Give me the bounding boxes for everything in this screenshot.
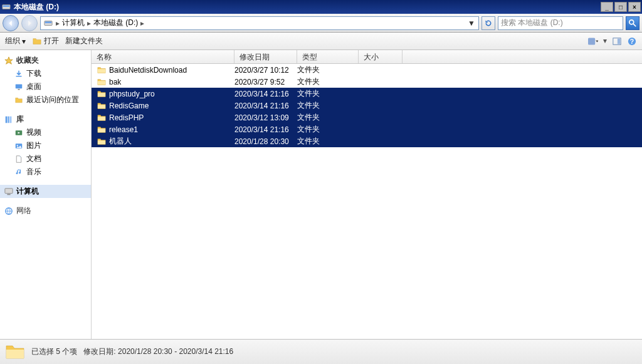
svg-rect-11 [16, 76, 22, 77]
preview-pane-button[interactable] [612, 36, 622, 46]
chevron-right-icon: ▸ [140, 19, 144, 28]
open-button[interactable]: 打开 [32, 36, 59, 46]
file-row[interactable]: BaiduNetdiskDownload2020/3/27 10:12文件夹 [92, 64, 642, 76]
svg-rect-21 [7, 194, 10, 195]
svg-rect-13 [18, 89, 20, 90]
new-folder-button[interactable]: 新建文件夹 [65, 36, 103, 46]
window-title: 本地磁盘 (D:) [14, 2, 601, 13]
nav-network[interactable]: 网络 [0, 204, 91, 217]
folder-icon [97, 101, 107, 111]
network-icon [4, 206, 14, 216]
favorites-label: 收藏夹 [16, 55, 39, 66]
back-button[interactable] [3, 15, 19, 31]
file-list-area: 名称 修改日期 类型 大小 BaiduNetdiskDownload2020/3… [92, 50, 642, 339]
file-name: phpstudy_pro [109, 90, 155, 98]
col-name[interactable]: 名称 [92, 50, 234, 63]
network-label: 网络 [16, 205, 31, 216]
file-row[interactable]: release12020/3/14 21:16文件夹 [92, 123, 642, 135]
address-dropdown[interactable]: ▼ [467, 19, 476, 28]
forward-button[interactable] [21, 15, 38, 31]
file-type: 文件夹 [297, 124, 359, 135]
file-row[interactable]: RedisGame2020/3/14 21:16文件夹 [92, 100, 642, 112]
file-row[interactable]: 机器人2020/1/28 20:30文件夹 [92, 135, 642, 147]
view-menu-button[interactable] [588, 36, 598, 46]
nav-pictures[interactable]: 图片 [0, 139, 91, 152]
file-row[interactable]: bak2020/3/27 9:52文件夹 [92, 76, 642, 88]
status-date-range: 2020/1/28 20:30 - 2020/3/14 21:16 [118, 347, 233, 356]
file-name: bak [109, 78, 121, 86]
video-icon [14, 128, 24, 138]
file-date: 2020/3/14 21:16 [234, 101, 297, 110]
folder-icon [97, 137, 107, 147]
file-date: 2020/3/14 21:16 [234, 125, 297, 134]
file-row[interactable]: RedisPHP2020/3/12 13:09文件夹 [92, 112, 642, 123]
nav-computer[interactable]: 计算机 [0, 185, 91, 198]
col-type[interactable]: 类型 [297, 50, 359, 63]
drive-icon [1, 2, 11, 12]
close-button[interactable]: × [628, 2, 641, 12]
nav-videos[interactable]: 视频 [0, 126, 91, 139]
title-bar: 本地磁盘 (D:) _ □ × [0, 0, 642, 14]
chevron-down-icon: ▾ [22, 37, 26, 46]
address-bar[interactable]: ▸ 计算机 ▸ 本地磁盘 (D:) ▸ ▼ [40, 16, 479, 30]
help-button[interactable]: ? [627, 36, 637, 46]
file-row[interactable]: phpstudy_pro2020/3/14 21:16文件夹 [92, 88, 642, 100]
computer-label: 计算机 [16, 186, 39, 197]
nav-desktop[interactable]: 桌面 [0, 80, 91, 93]
recent-icon [14, 95, 24, 105]
chevron-right-icon: ▸ [56, 19, 60, 28]
main-body: 收藏夹 下载 桌面 最近访问的位置 库 视频 图片 文档 音乐 计算机 [0, 50, 642, 339]
document-icon [14, 154, 24, 164]
libraries-label: 库 [16, 114, 24, 125]
status-date-label: 修改日期: [83, 347, 115, 356]
status-bar: 已选择 5 个项 修改日期: 2020/1/28 20:30 - 2020/3/… [0, 339, 642, 364]
svg-rect-15 [8, 116, 9, 123]
folder-icon [97, 113, 107, 123]
navigation-pane: 收藏夹 下载 桌面 最近访问的位置 库 视频 图片 文档 音乐 计算机 [0, 50, 92, 339]
svg-rect-3 [45, 21, 52, 23]
organize-label: 组织 [5, 36, 20, 46]
search-input[interactable]: 搜索 本地磁盘 (D:) [498, 16, 623, 30]
col-size[interactable]: 大小 [359, 50, 403, 63]
download-icon [14, 69, 24, 79]
breadcrumb-drive[interactable]: 本地磁盘 (D:) [93, 18, 138, 28]
file-name: release1 [109, 125, 138, 134]
file-name: RedisGame [109, 101, 149, 110]
file-type: 文件夹 [297, 88, 359, 99]
nav-documents[interactable]: 文档 [0, 152, 91, 165]
svg-rect-6 [588, 38, 595, 44]
chevron-down-icon[interactable]: ▾ [603, 36, 607, 46]
folder-icon [97, 125, 107, 135]
file-date: 2020/3/27 10:12 [234, 66, 297, 75]
svg-text:?: ? [630, 37, 634, 44]
refresh-button[interactable] [482, 16, 495, 30]
maximize-button[interactable]: □ [614, 2, 627, 12]
window-buttons: _ □ × [601, 2, 641, 12]
nav-music[interactable]: 音乐 [0, 165, 91, 179]
star-icon [4, 56, 14, 66]
file-name: 机器人 [109, 136, 132, 147]
svg-rect-12 [16, 84, 23, 88]
nav-recent[interactable]: 最近访问的位置 [0, 93, 91, 107]
open-label: 打开 [44, 36, 59, 46]
file-type: 文件夹 [297, 65, 359, 75]
status-count: 已选择 5 个项 [31, 347, 77, 356]
search-button[interactable] [626, 16, 639, 30]
file-date: 2020/3/14 21:16 [234, 90, 297, 98]
file-type: 文件夹 [297, 112, 359, 123]
column-header: 名称 修改日期 类型 大小 [92, 50, 642, 64]
col-date[interactable]: 修改日期 [234, 50, 297, 63]
file-name: RedisPHP [109, 113, 144, 122]
file-list[interactable]: BaiduNetdiskDownload2020/3/27 10:12文件夹ba… [92, 64, 642, 339]
breadcrumb-computer[interactable]: 计算机 [62, 18, 85, 28]
nav-downloads[interactable]: 下载 [0, 67, 91, 80]
minimize-button[interactable]: _ [601, 2, 613, 12]
favorites-header[interactable]: 收藏夹 [0, 54, 91, 67]
libraries-header[interactable]: 库 [0, 113, 91, 126]
file-type: 文件夹 [297, 136, 359, 147]
navigation-bar: ▸ 计算机 ▸ 本地磁盘 (D:) ▸ ▼ 搜索 本地磁盘 (D:) [0, 14, 642, 33]
organize-button[interactable]: 组织 ▾ [5, 36, 26, 46]
svg-rect-8 [618, 38, 620, 44]
toolbar: 组织 ▾ 打开 新建文件夹 ▾ ? [0, 33, 642, 50]
drive-icon [43, 18, 53, 28]
